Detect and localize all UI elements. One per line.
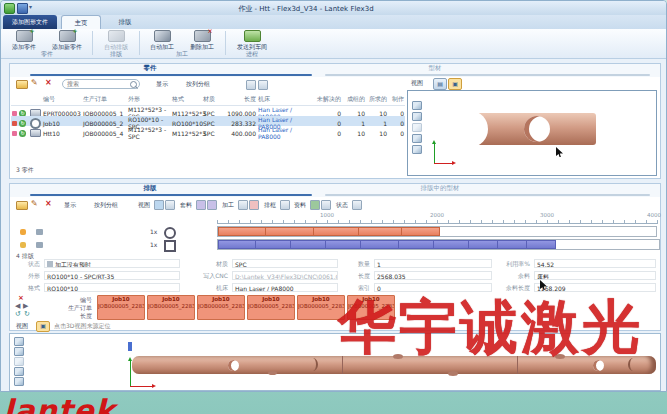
table-row[interactable]: ↻ EPRT000003 JOB000005_1 M112*52*3 - SPC… bbox=[11, 106, 405, 116]
view-front-icon[interactable] bbox=[412, 112, 422, 121]
tab-nests[interactable]: 排版 bbox=[110, 184, 190, 193]
tab-nesting[interactable]: 排版 bbox=[105, 15, 145, 29]
view-3d-icon[interactable] bbox=[165, 200, 175, 210]
part-card[interactable]: Job10JOB000005_2283.332 bbox=[247, 295, 295, 320]
view-side-icon[interactable] bbox=[412, 145, 422, 154]
add-new-part-button[interactable]: + 添加新零件 bbox=[45, 30, 89, 50]
title-bar: ▾ 作业 - Htt - Flex3d_V34 - Lantek Flex3d bbox=[1, 1, 666, 15]
part-3d-viewport[interactable] bbox=[407, 90, 657, 176]
app-icon[interactable] bbox=[4, 3, 15, 14]
status-square-icon bbox=[12, 121, 17, 126]
view-2d-icon[interactable] bbox=[154, 200, 164, 210]
window-title: 作业 - Htt - Flex3d_V34 - Lantek Flex3d bbox=[201, 4, 411, 14]
show-button[interactable]: 显示 bbox=[156, 80, 168, 89]
view-iso-icon[interactable] bbox=[14, 337, 24, 346]
nest-lock-icon bbox=[36, 229, 43, 235]
machine-link[interactable]: Han Laser / PA8000 bbox=[258, 126, 314, 140]
table-row[interactable]: ↻ Htt10 JOB000005_4 M112*52*3 - SPC M112… bbox=[11, 126, 405, 136]
tab-profiles[interactable]: 型材 bbox=[395, 64, 475, 73]
col-machine[interactable]: 机床 bbox=[258, 95, 314, 104]
col-format[interactable]: 格式 bbox=[172, 95, 203, 104]
part-card[interactable]: Job10JOB000005_2283.332 bbox=[97, 295, 145, 320]
delete-machining-button[interactable]: × 删除加工 bbox=[183, 30, 221, 50]
machining-label: 加工 bbox=[222, 201, 234, 210]
print-icon[interactable] bbox=[321, 200, 331, 210]
col-shape[interactable]: 外形 bbox=[128, 95, 172, 104]
status-icon[interactable] bbox=[352, 200, 362, 210]
edge-notch bbox=[448, 371, 458, 376]
view-top-icon[interactable] bbox=[412, 134, 422, 143]
remnant-field[interactable]: 废料 bbox=[534, 271, 656, 280]
redo-icon[interactable]: ↻ bbox=[24, 311, 30, 318]
next-icon[interactable]: ▶ bbox=[23, 303, 28, 310]
prev-icon[interactable]: ◀ bbox=[15, 303, 20, 310]
col-order[interactable]: 生产订单 bbox=[83, 95, 128, 104]
open-folder-icon[interactable] bbox=[16, 80, 28, 89]
col-grouped[interactable]: 成组的 bbox=[343, 95, 367, 104]
col-id[interactable]: 编号 bbox=[43, 95, 83, 104]
search-input[interactable] bbox=[62, 79, 140, 89]
save-icon[interactable] bbox=[17, 3, 28, 14]
nest-bar-rect[interactable] bbox=[217, 239, 660, 250]
undo-icon[interactable]: ↺ bbox=[15, 311, 21, 318]
delete-icon[interactable]: × bbox=[45, 199, 52, 209]
edit-icon[interactable]: ✎ bbox=[31, 78, 38, 88]
table-row-selected[interactable]: ↻ Job10 JOB000005_2 RO100*10 - SPC RO100… bbox=[11, 116, 405, 126]
view-front-icon[interactable] bbox=[14, 347, 24, 356]
col-requested[interactable]: 所求的 bbox=[367, 95, 389, 104]
view-top-icon[interactable] bbox=[14, 367, 24, 376]
x-axis-arrow bbox=[452, 161, 456, 165]
arc-cut bbox=[308, 358, 318, 371]
nest-status-icon bbox=[20, 242, 26, 248]
tab-profiles-in-nest[interactable]: 排版中的型材 bbox=[385, 184, 495, 193]
group-separator bbox=[225, 31, 226, 55]
card-length-label: 长度 bbox=[40, 312, 92, 321]
auto-machine-button[interactable]: 自动加工 bbox=[143, 30, 181, 50]
x-axis bbox=[434, 163, 452, 164]
refresh-status-icon: ↻ bbox=[19, 130, 26, 137]
col-length[interactable]: 长度 bbox=[226, 95, 258, 104]
parts-table-header: 编号 生产订单 外形 格式 材质 长度 机床 未解决的 成组的 所求的 制作 bbox=[11, 94, 405, 106]
nest-add-icon[interactable] bbox=[196, 200, 206, 210]
list-view-icon[interactable] bbox=[246, 80, 256, 90]
view-mode-3d-icon[interactable]: ▣ bbox=[448, 78, 462, 90]
add-part-button[interactable]: + 添加零件 bbox=[5, 30, 43, 50]
part-card[interactable]: Job10JOB000005_2283.332 bbox=[197, 295, 245, 320]
tab-home[interactable]: 主页 bbox=[61, 15, 101, 29]
detail-view-icon[interactable] bbox=[258, 80, 268, 90]
group-label-process: 进程 bbox=[229, 50, 275, 59]
part-card[interactable]: Job10JOB000005_2283.332 bbox=[147, 295, 195, 320]
nest-remove-icon[interactable] bbox=[207, 200, 217, 210]
report-icon[interactable] bbox=[310, 200, 320, 210]
group-by-column-button[interactable]: 按列分组 bbox=[186, 80, 210, 89]
view-zoom-icon[interactable] bbox=[14, 357, 24, 366]
nest-bar-round[interactable] bbox=[217, 226, 657, 237]
parts-tab-band: 零件 型材 bbox=[10, 64, 660, 77]
remove-part-icon[interactable]: × bbox=[18, 295, 24, 302]
view-mode-2d-icon[interactable]: ▤ bbox=[433, 78, 447, 90]
delete-icon[interactable]: × bbox=[45, 78, 52, 88]
view-side-icon[interactable] bbox=[14, 377, 24, 386]
quickbar-dropdown-icon[interactable]: ▾ bbox=[29, 3, 32, 10]
group-by-column-button[interactable]: 按列分组 bbox=[94, 201, 118, 210]
machine-icon[interactable] bbox=[238, 200, 248, 210]
remnant-length-field: 1168.209 bbox=[534, 283, 656, 292]
machine-delete-icon[interactable] bbox=[249, 200, 259, 210]
nest-bar-row[interactable]: 1x bbox=[10, 239, 660, 251]
col-material[interactable]: 材质 bbox=[203, 95, 226, 104]
view-3d-toggle-icon[interactable]: ▣ bbox=[36, 321, 50, 332]
open-folder-icon[interactable] bbox=[16, 201, 28, 210]
col-made[interactable]: 制作 bbox=[389, 95, 406, 104]
view-label: 视图 bbox=[138, 201, 150, 210]
nest-tools-label: 套料 bbox=[180, 201, 192, 210]
nest-bar-row[interactable]: 1x bbox=[10, 226, 660, 238]
tab-parts[interactable]: 零件 bbox=[110, 64, 190, 73]
utilization-field-label: 利用率% bbox=[488, 260, 530, 269]
col-unresolved[interactable]: 未解决的 bbox=[314, 95, 343, 104]
send-to-workshop-button[interactable]: 发送到车间 bbox=[229, 30, 275, 50]
show-button[interactable]: 显示 bbox=[64, 201, 76, 210]
edit-icon[interactable]: ✎ bbox=[31, 199, 38, 209]
view-iso-icon[interactable] bbox=[412, 101, 422, 110]
view-zoom-icon[interactable] bbox=[412, 123, 422, 132]
frame-icon[interactable] bbox=[280, 200, 290, 210]
